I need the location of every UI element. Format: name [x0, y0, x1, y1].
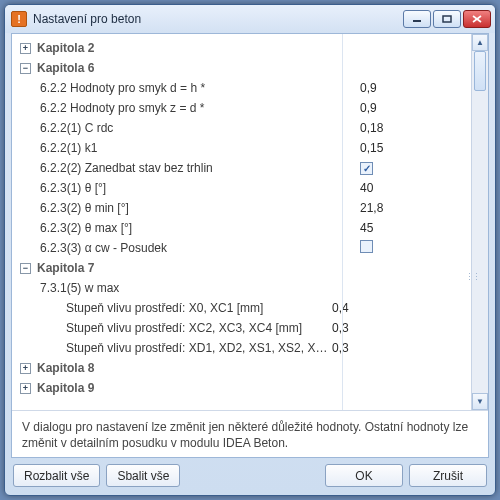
- expand-all-button[interactable]: Rozbalit vše: [13, 464, 100, 487]
- button-bar: Rozbalit vše Sbalit vše OK Zrušit: [5, 458, 495, 495]
- collapse-all-button[interactable]: Sbalit vše: [106, 464, 180, 487]
- vertical-scrollbar[interactable]: ▲ ▼: [471, 34, 488, 410]
- setting-value[interactable]: 40: [360, 181, 444, 195]
- chapter-label: Kapitola 2: [37, 41, 357, 55]
- setting-row[interactable]: 6.2.2(1) C rdc 0,18: [12, 118, 471, 138]
- client-area: ⋮⋮ + Kapitola 2 − Kapitola 6 6.2.2 Hodno…: [11, 33, 489, 458]
- setting-value[interactable]: 0,9: [360, 101, 444, 115]
- app-icon: !: [11, 11, 27, 27]
- maximize-button[interactable]: [433, 10, 461, 28]
- setting-label: 6.2.3(2) θ min [°]: [40, 201, 360, 215]
- chapter-7[interactable]: − Kapitola 7: [12, 258, 471, 278]
- chapter-2[interactable]: + Kapitola 2: [12, 38, 471, 58]
- setting-row[interactable]: Stupeň vlivu prostředí: XC2, XC3, XC4 [m…: [12, 318, 471, 338]
- setting-value[interactable]: 0,18: [360, 121, 444, 135]
- setting-value[interactable]: 0,15: [360, 141, 444, 155]
- chapter-6[interactable]: − Kapitola 6: [12, 58, 471, 78]
- collapse-icon[interactable]: −: [20, 263, 31, 274]
- footer-help-text: V dialogu pro nastavení lze změnit jen n…: [12, 410, 488, 457]
- setting-row[interactable]: 6.2.2 Hodnoty pro smyk d = h * 0,9: [12, 78, 471, 98]
- scroll-up-button[interactable]: ▲: [472, 34, 488, 51]
- setting-row[interactable]: 6.2.3(1) θ [°] 40: [12, 178, 471, 198]
- svg-rect-1: [443, 16, 451, 22]
- scroll-track[interactable]: [472, 51, 488, 393]
- setting-row[interactable]: Stupeň vlivu prostředí: XD1, XD2, XS1, X…: [12, 338, 471, 358]
- chapter-label: Kapitola 7: [37, 261, 357, 275]
- setting-row[interactable]: 6.2.3(2) θ max [°] 45: [12, 218, 471, 238]
- chapter-label: Kapitola 9: [37, 381, 357, 395]
- setting-value[interactable]: 45: [360, 221, 444, 235]
- close-button[interactable]: [463, 10, 491, 28]
- setting-value[interactable]: 0,4: [332, 301, 416, 315]
- setting-value[interactable]: ✓: [360, 161, 444, 175]
- setting-row[interactable]: 6.2.2(2) Zanedbat stav bez trhlin ✓: [12, 158, 471, 178]
- setting-value[interactable]: 0,3: [332, 321, 416, 335]
- setting-label: 6.2.3(2) θ max [°]: [40, 221, 360, 235]
- setting-label: 6.2.2(2) Zanedbat stav bez trhlin: [40, 161, 360, 175]
- cancel-button[interactable]: Zrušit: [409, 464, 487, 487]
- setting-label: 6.2.3(3) α cw - Posudek: [40, 241, 360, 255]
- dialog-window: ! Nastavení pro beton ⋮⋮ + Kapitola 2: [4, 4, 496, 496]
- scroll-thumb[interactable]: [474, 51, 486, 91]
- minimize-button[interactable]: [403, 10, 431, 28]
- splitter-grip[interactable]: ⋮⋮: [465, 272, 471, 286]
- setting-label: 6.2.2(1) C rdc: [40, 121, 360, 135]
- setting-value[interactable]: 0,3: [332, 341, 416, 355]
- setting-row[interactable]: 6.2.3(2) θ min [°] 21,8: [12, 198, 471, 218]
- chapter-8[interactable]: + Kapitola 8: [12, 358, 471, 378]
- chapter-label: Kapitola 8: [37, 361, 357, 375]
- setting-row[interactable]: 6.2.3(3) α cw - Posudek: [12, 238, 471, 258]
- scroll-down-button[interactable]: ▼: [472, 393, 488, 410]
- setting-value[interactable]: 0,9: [360, 81, 444, 95]
- setting-value[interactable]: [360, 240, 444, 256]
- setting-row[interactable]: 6.2.2 Hodnoty pro smyk z = d * 0,9: [12, 98, 471, 118]
- setting-row[interactable]: 6.2.2(1) k1 0,15: [12, 138, 471, 158]
- setting-label: Stupeň vlivu prostředí: XC2, XC3, XC4 [m…: [66, 321, 332, 335]
- group-label: 7.3.1(5) w max: [40, 281, 360, 295]
- window-title: Nastavení pro beton: [33, 12, 403, 26]
- close-icon: [472, 15, 482, 23]
- ok-button[interactable]: OK: [325, 464, 403, 487]
- setting-label: Stupeň vlivu prostředí: X0, XC1 [mm]: [66, 301, 332, 315]
- svg-rect-0: [413, 20, 421, 22]
- setting-label: Stupeň vlivu prostředí: XD1, XD2, XS1, X…: [66, 341, 332, 355]
- chapter-label: Kapitola 6: [37, 61, 357, 75]
- titlebar: ! Nastavení pro beton: [5, 5, 495, 33]
- setting-label: 6.2.2(1) k1: [40, 141, 360, 155]
- setting-row[interactable]: Stupeň vlivu prostředí: X0, XC1 [mm] 0,4: [12, 298, 471, 318]
- setting-group[interactable]: 7.3.1(5) w max: [12, 278, 471, 298]
- settings-tree: + Kapitola 2 − Kapitola 6 6.2.2 Hodnoty …: [12, 34, 471, 410]
- collapse-icon[interactable]: −: [20, 63, 31, 74]
- column-divider[interactable]: [342, 34, 343, 410]
- checkbox-checked-icon[interactable]: ✓: [360, 162, 373, 175]
- expand-icon[interactable]: +: [20, 383, 31, 394]
- setting-label: 6.2.2 Hodnoty pro smyk d = h *: [40, 81, 360, 95]
- setting-label: 6.2.2 Hodnoty pro smyk z = d *: [40, 101, 360, 115]
- chapter-9[interactable]: + Kapitola 9: [12, 378, 471, 398]
- checkbox-unchecked-icon[interactable]: [360, 240, 373, 253]
- minimize-icon: [412, 15, 422, 23]
- maximize-icon: [442, 15, 452, 23]
- setting-label: 6.2.3(1) θ [°]: [40, 181, 360, 195]
- setting-value[interactable]: 21,8: [360, 201, 444, 215]
- expand-icon[interactable]: +: [20, 43, 31, 54]
- expand-icon[interactable]: +: [20, 363, 31, 374]
